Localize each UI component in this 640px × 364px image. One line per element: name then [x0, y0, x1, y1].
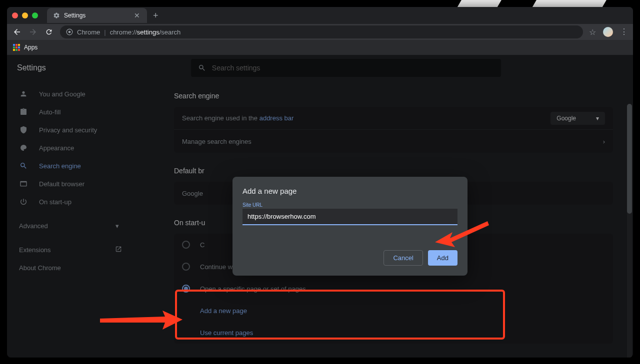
sidebar-item-search-engine[interactable]: Search engine	[7, 157, 134, 175]
chevron-down-icon: ▾	[596, 115, 599, 122]
option-label: C	[200, 241, 204, 249]
add-page-modal: Add a new page Site URL Cancel Add	[232, 177, 468, 276]
url-bold: settings	[137, 28, 160, 36]
add-new-page-link[interactable]: Add a new page	[174, 300, 613, 322]
modal-input-label: Site URL	[242, 202, 458, 208]
titlebar: Settings ✕ +	[7, 7, 633, 24]
sidebar-item-label: Search engine	[39, 162, 81, 170]
sidebar-item-label: Privacy and security	[39, 126, 97, 134]
palette-icon	[19, 143, 28, 152]
profile-avatar[interactable]	[603, 27, 613, 37]
search-engine-row: Search engine used in the address bar Go…	[174, 107, 613, 130]
section-search-engine-title: Search engine	[174, 92, 613, 100]
sidebar-item-appearance[interactable]: Appearance	[7, 139, 134, 157]
sidebar-item-autofill[interactable]: Auto-fill	[7, 103, 134, 121]
browser-window: Settings ✕ + Chrome | chrome:// settings…	[7, 7, 633, 358]
maximize-window-button[interactable]	[32, 12, 38, 18]
option-label: Open a specific page or set of pages	[200, 285, 306, 293]
bookmark-star-icon[interactable]: ☆	[589, 27, 596, 37]
site-url-input[interactable]	[242, 209, 458, 225]
radio-icon	[182, 285, 190, 293]
chevron-down-icon: ▾	[116, 222, 119, 230]
sidebar-item-privacy[interactable]: Privacy and security	[7, 121, 134, 139]
radio-icon	[182, 241, 190, 249]
row-text: Google	[182, 190, 203, 197]
sidebar-about[interactable]: About Chrome	[7, 259, 134, 277]
search-icon	[19, 161, 28, 170]
bookmarks-bar: Apps	[7, 40, 633, 55]
gear-icon	[53, 12, 60, 19]
modal-title: Add a new page	[242, 187, 458, 195]
back-button[interactable]	[12, 27, 22, 37]
minimize-window-button[interactable]	[22, 12, 28, 18]
row-text: Manage search engines	[182, 138, 252, 145]
search-engine-card: Search engine used in the address bar Go…	[174, 107, 613, 153]
section-default-browser-title: Default br	[174, 167, 613, 175]
shield-icon	[19, 125, 28, 134]
clipboard-icon	[19, 107, 28, 116]
url-pre: chrome://	[110, 28, 137, 36]
close-window-button[interactable]	[12, 12, 18, 18]
address-bar-link[interactable]: address bar	[260, 114, 294, 122]
startup-option-specific-page[interactable]: Open a specific page or set of pages	[174, 278, 613, 300]
traffic-lights	[12, 12, 38, 18]
new-tab-button[interactable]: +	[153, 10, 158, 21]
power-icon	[19, 197, 28, 206]
external-link-icon	[115, 246, 122, 254]
sidebar-item-you-and-google[interactable]: You and Google	[7, 85, 134, 103]
menu-button[interactable]: ⋮	[620, 28, 628, 36]
sidebar-item-label: Auto-fill	[39, 108, 60, 116]
sidebar-advanced-label: Advanced	[19, 222, 48, 230]
sidebar-item-label: Default browser	[39, 180, 84, 188]
omnibox-divider: |	[104, 28, 106, 36]
add-button[interactable]: Add	[428, 250, 458, 266]
extensions-label: Extensions	[19, 246, 51, 254]
tab-settings[interactable]: Settings ✕	[47, 8, 147, 23]
chrome-icon	[66, 28, 73, 35]
browser-icon	[19, 179, 28, 188]
select-value: Google	[556, 115, 576, 122]
sidebar-item-default-browser[interactable]: Default browser	[7, 175, 134, 193]
forward-button[interactable]	[28, 27, 38, 37]
apps-label[interactable]: Apps	[24, 44, 38, 51]
row-text: Search engine used in the	[182, 114, 260, 122]
tab-title: Settings	[64, 12, 129, 19]
sidebar-item-label: On start-up	[39, 198, 72, 206]
sidebar-advanced[interactable]: Advanced ▾	[7, 217, 134, 235]
omnibox[interactable]: Chrome | chrome:// settings /search	[60, 25, 583, 38]
about-label: About Chrome	[19, 264, 61, 272]
close-tab-button[interactable]: ✕	[133, 11, 141, 19]
toolbar: Chrome | chrome:// settings /search ☆ ⋮	[7, 24, 633, 40]
person-icon	[19, 89, 28, 98]
use-current-pages-link[interactable]: Use current pages	[174, 322, 613, 344]
omnibox-prefix: Chrome	[77, 28, 100, 36]
manage-search-engines-row[interactable]: Manage search engines ›	[174, 130, 613, 153]
apps-icon[interactable]	[13, 44, 20, 51]
sidebar-item-label: You and Google	[39, 90, 86, 98]
sidebar: You and Google Auto-fill Privacy and sec…	[7, 55, 134, 358]
sidebar-item-label: Appearance	[39, 144, 74, 152]
svg-point-1	[68, 31, 71, 33]
sidebar-item-on-startup[interactable]: On start-up	[7, 193, 134, 211]
reload-button[interactable]	[44, 27, 54, 37]
url-post: /search	[160, 28, 181, 36]
sidebar-extensions[interactable]: Extensions	[7, 241, 134, 259]
chevron-right-icon: ›	[603, 138, 605, 145]
radio-icon	[182, 263, 190, 271]
search-engine-select[interactable]: Google ▾	[550, 112, 605, 125]
cancel-button[interactable]: Cancel	[384, 250, 422, 266]
